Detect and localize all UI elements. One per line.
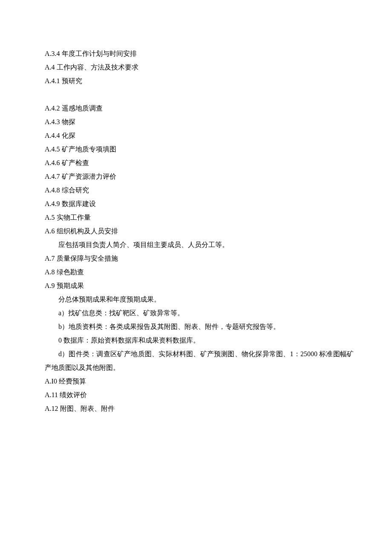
section-a9-item-c: 0 数据库：原始资料数据库和成果资料数据库。	[45, 334, 354, 347]
section-a46: A.4.6 矿产检查	[45, 156, 354, 170]
section-a12: A.12 附图、附表、附件	[45, 402, 354, 416]
section-a5: A.5 实物工作量	[45, 211, 354, 224]
section-a9-item-d: d）图件类：调查区矿产地质图、实际材料图、矿产预测图、物化探异常图、1：2500…	[45, 347, 354, 375]
section-a9-item-b: b）地质资料类：各类成果报告及其附图、附表、附件，专题研究报告等。	[45, 320, 354, 334]
blank-line	[45, 88, 354, 102]
section-a7: A.7 质量保障与安全措施	[45, 252, 354, 265]
section-a44: A.4.4 化探	[45, 129, 354, 142]
section-a45: A.4.5 矿产地质专项填图	[45, 142, 354, 156]
section-a6: A.6 组织机构及人员安排	[45, 224, 354, 238]
section-a49: A.4.9 数据库建设	[45, 197, 354, 211]
section-a47: A.4.7 矿产资源潜力评价	[45, 170, 354, 183]
section-a11: A.11 绩效评价	[45, 388, 354, 402]
section-a10: A.I0 经费预算	[45, 375, 354, 388]
section-a34: A.3.4 年度工作计划与时间安排	[45, 47, 354, 61]
section-a6-body: 应包括项目负责人简介、项目组主要成员、人员分工等。	[45, 238, 354, 252]
section-a48: A.4.8 综合研究	[45, 183, 354, 197]
section-a43: A.4.3 物探	[45, 115, 354, 129]
section-a9-item-a: a）找矿信息类：找矿靶区、矿致异常等。	[45, 306, 354, 320]
section-a41: A.4.1 预研究	[45, 74, 354, 88]
section-a9-body: 分总体预期成果和年度预期成果。	[45, 293, 354, 306]
section-a9: A.9 预期成果	[45, 279, 354, 293]
section-a4: A.4 工作内容、方法及技术要求	[45, 61, 354, 74]
section-a8: A.8 绿色勘查	[45, 265, 354, 279]
section-a42: A.4.2 遥感地质调查	[45, 102, 354, 115]
